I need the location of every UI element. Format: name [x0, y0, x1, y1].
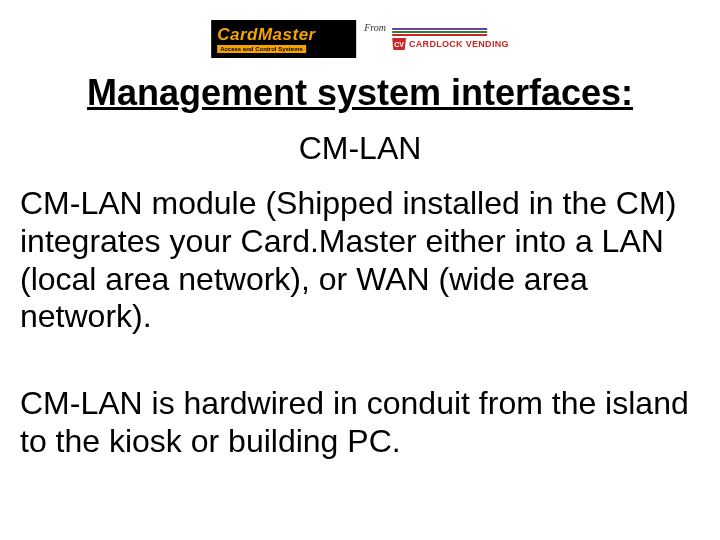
cardlock-stripes-icon	[392, 28, 509, 36]
cardlock-logo-text: CARDLOCK VENDING	[409, 39, 509, 49]
cardlock-cv-icon: CV	[392, 38, 406, 50]
paragraph-1: CM-LAN module (Shipped installed in the …	[20, 185, 700, 336]
cardlock-line: CV CARDLOCK VENDING	[392, 38, 509, 50]
cardlock-logo: CV CARDLOCK VENDING	[392, 20, 509, 58]
cardmaster-logo-text: CardMaster	[217, 26, 350, 43]
cardmaster-logo-tagline: Access and Control Systems	[217, 45, 306, 53]
slide: CardMaster Access and Control Systems Fr…	[0, 0, 720, 540]
from-label: From	[364, 22, 386, 33]
logo-bar: CardMaster Access and Control Systems Fr…	[211, 20, 509, 58]
slide-title: Management system interfaces:	[0, 72, 720, 114]
paragraph-2: CM-LAN is hardwired in conduit from the …	[20, 385, 700, 461]
cardmaster-logo: CardMaster Access and Control Systems	[211, 20, 356, 58]
slide-subtitle: CM-LAN	[0, 130, 720, 167]
